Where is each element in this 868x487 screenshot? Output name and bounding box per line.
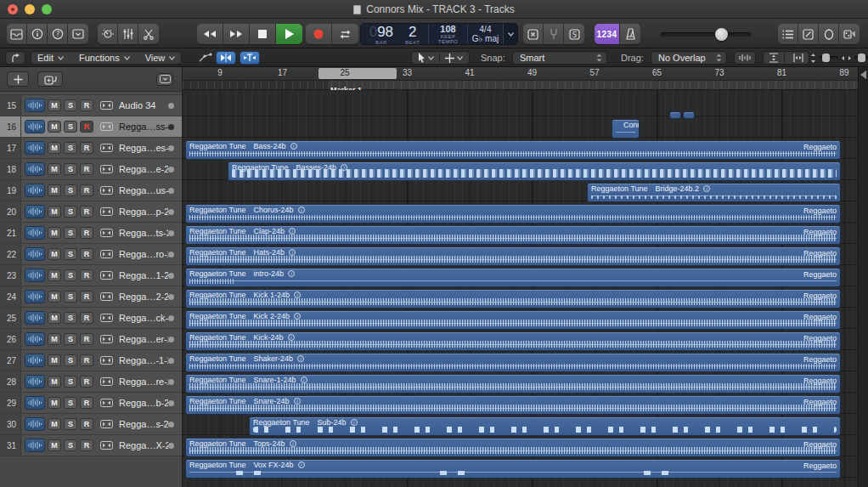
audio-region[interactable]: Reggaeton Tune Basses-24b i (228, 161, 841, 181)
track-header-row[interactable]: 16 M S R Regga…ss-24b (0, 116, 182, 138)
track-header-row[interactable]: 22 M S R Regga…ro-24b (0, 244, 182, 265)
track-name[interactable]: Regga…-1-24b (119, 355, 168, 365)
record-enable-button[interactable]: R (80, 99, 93, 111)
solo-button[interactable]: S (64, 99, 77, 111)
record-enable-button[interactable]: R (80, 333, 93, 345)
audio-region[interactable]: Reggaeton Tune Kick 2-24b i Reggaeto (185, 310, 841, 330)
volume-knob[interactable] (715, 28, 728, 41)
track-name[interactable]: Regga…ss-24b (119, 122, 168, 132)
track-header-row[interactable]: 17 M S R Regga…es-24b (0, 138, 182, 159)
track-header-row[interactable]: 26 M S R Regga…er-24b (0, 329, 182, 350)
flex-icon[interactable] (99, 398, 114, 409)
record-enable-button[interactable]: R (80, 184, 93, 196)
flex-icon[interactable] (99, 228, 114, 239)
play-button[interactable] (276, 24, 302, 44)
marker-region[interactable]: Marker 1 (328, 81, 858, 89)
track-name[interactable]: Regga…X-24b (119, 440, 168, 450)
waveform-zoom-button[interactable] (734, 51, 756, 65)
mute-button[interactable]: M (48, 227, 61, 239)
audio-region[interactable]: Reggaeton Tune Kick-24b i Reggaeto (185, 331, 841, 351)
audio-region[interactable]: i (683, 111, 695, 119)
note-pads-button[interactable] (798, 24, 819, 44)
count-in-button[interactable]: 1234 (595, 24, 620, 44)
forward-button[interactable] (223, 24, 250, 44)
flex-icon[interactable] (99, 100, 114, 111)
track-header-options-button[interactable] (156, 73, 173, 86)
mute-button[interactable]: M (48, 248, 61, 260)
flex-icon[interactable] (99, 377, 114, 388)
mute-button[interactable]: M (48, 291, 61, 303)
record-enable-button[interactable]: R (80, 397, 93, 409)
record-enable-button[interactable]: R (80, 376, 93, 388)
track-header-row[interactable]: 20 M S R Regga…p-24b (0, 201, 182, 223)
record-enable-button[interactable]: R (80, 354, 93, 366)
arrange-area[interactable]: 917253341495765738189 Marker 1 i (183, 67, 858, 487)
track-name[interactable]: Regga…s-24b (119, 419, 168, 429)
solo-button[interactable]: S (64, 121, 77, 133)
flex-icon[interactable] (99, 270, 114, 281)
mute-button[interactable]: M (48, 142, 61, 154)
audio-region[interactable]: Reggaeton Tune Sub-24b i (249, 416, 841, 436)
vertical-zoom-slider[interactable] (820, 56, 838, 59)
record-enable-button[interactable]: R (80, 269, 93, 281)
lcd-mode-chevron[interactable] (504, 24, 517, 44)
track-header-row[interactable]: 19 M S R Regga…us-24b (0, 180, 182, 201)
bar-ruler[interactable]: 917253341495765738189 (183, 67, 858, 80)
track-name[interactable]: Regga…ck-24b (119, 313, 168, 323)
solo-button[interactable]: S (64, 333, 77, 345)
mute-button[interactable]: M (48, 163, 61, 175)
solo-mode-button[interactable]: S (564, 24, 584, 44)
functions-menu[interactable]: Functions (73, 53, 136, 63)
track-header-row[interactable]: 27 M S R Regga…-1-24b (0, 350, 182, 371)
track-header-row[interactable]: 18 M S R Regga…e-24b (0, 159, 182, 180)
snap-select[interactable]: Smart (512, 51, 607, 65)
track-name[interactable]: Regga…es-24b (119, 143, 168, 153)
mute-button[interactable]: M (48, 269, 61, 281)
mute-button[interactable]: M (48, 397, 61, 409)
solo-button[interactable]: S (64, 206, 77, 218)
mute-button[interactable]: M (48, 439, 61, 451)
track-name[interactable]: Regga…ts-24b (119, 228, 168, 238)
track-name[interactable]: Regga…e-24b (119, 164, 168, 174)
record-enable-button[interactable]: R (80, 439, 93, 451)
track-name[interactable]: Regga…us-24b (119, 185, 168, 195)
track-header-row[interactable]: 28 M S R Regga…re-24b (0, 371, 182, 393)
view-menu[interactable]: View (139, 53, 182, 63)
flex-button[interactable] (216, 51, 236, 65)
toolbar-toggle-button[interactable] (68, 24, 88, 44)
mute-button[interactable]: M (48, 206, 61, 218)
track-name[interactable]: Regga…p-24b (119, 207, 168, 217)
solo-button[interactable]: S (64, 248, 77, 260)
track-name[interactable]: Regga…ro-24b (119, 249, 168, 259)
flex-icon[interactable] (99, 419, 114, 430)
solo-button[interactable]: S (64, 184, 77, 196)
pointer-tool-button[interactable] (415, 53, 437, 63)
secondary-tool-button[interactable] (442, 54, 465, 63)
vertical-auto-zoom-button[interactable] (764, 53, 785, 63)
track-lanes[interactable]: i i (183, 90, 858, 487)
lcd-display[interactable]: 098 BAR 2 BEAT 108 KEEP TEMPO 4/4 G♭ maj (360, 23, 518, 45)
mute-button[interactable]: M (48, 418, 61, 430)
smart-controls-button[interactable] (98, 24, 118, 44)
track-header-row[interactable]: 31 M S R Regga…X-24b (0, 435, 182, 456)
tuner-button[interactable] (544, 24, 564, 44)
audio-region[interactable]: Reggaeton Tune Snare-24b i Reggaeto (185, 395, 841, 415)
solo-button[interactable]: S (64, 418, 77, 430)
back-button[interactable] (5, 51, 25, 65)
flex-icon[interactable] (99, 292, 114, 303)
inspector-button[interactable] (27, 24, 48, 44)
mute-button[interactable]: M (48, 333, 61, 345)
track-name[interactable]: Regga…er-24b (119, 334, 168, 344)
flex-icon[interactable] (99, 164, 114, 175)
solo-button[interactable]: S (64, 163, 77, 175)
record-enable-button[interactable]: R (80, 248, 93, 260)
record-enable-button[interactable]: R (80, 418, 93, 430)
solo-button[interactable]: S (64, 142, 77, 154)
record-enable-button[interactable]: R (80, 227, 93, 239)
solo-button[interactable]: S (64, 312, 77, 324)
add-track-button[interactable] (7, 71, 29, 87)
mute-button[interactable]: M (48, 99, 61, 111)
audio-region[interactable]: Reggaeton Tune Vox FX-24b i Reggaeto (185, 459, 841, 479)
flex-icon[interactable] (99, 207, 114, 218)
mute-button[interactable]: M (48, 121, 61, 133)
